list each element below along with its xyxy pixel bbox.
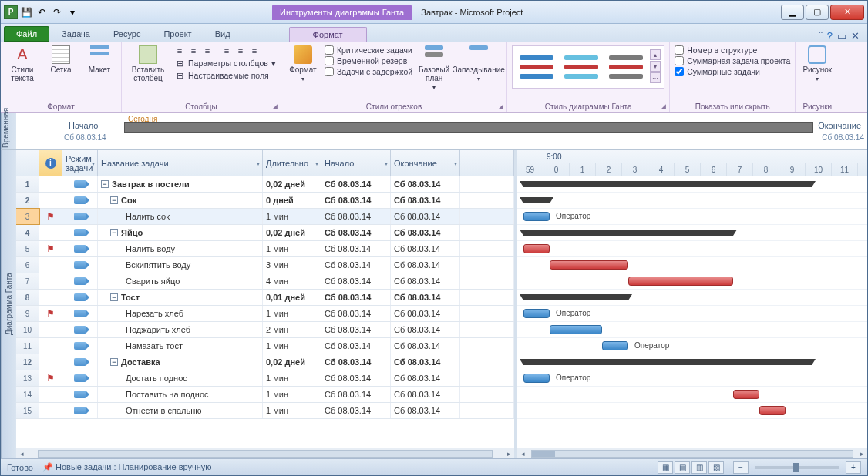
gantt-row[interactable] <box>517 354 867 370</box>
critical-tasks-checkbox[interactable]: Критические задачи <box>325 45 412 55</box>
col-duration[interactable]: Длительно▾ <box>263 150 321 176</box>
tab-format[interactable]: Формат <box>289 27 367 42</box>
gantt-row[interactable] <box>517 387 867 403</box>
row-number[interactable]: 7 <box>16 273 39 289</box>
cell-duration[interactable]: 0,02 дней <box>263 225 321 240</box>
gantt-view-tab[interactable]: Диаграмма Ганта <box>1 150 16 458</box>
cell-start[interactable]: Сб 08.03.14 <box>321 338 391 354</box>
col-rownum[interactable] <box>16 150 39 176</box>
row-number[interactable]: 14 <box>16 387 39 402</box>
cell-start[interactable]: Сб 08.03.14 <box>321 176 391 192</box>
cell-start[interactable]: Сб 08.03.14 <box>321 209 391 224</box>
cell-duration[interactable]: 0,02 дней <box>263 354 321 370</box>
zoom-slider[interactable] <box>755 466 839 469</box>
cell-start[interactable]: Сб 08.03.14 <box>321 322 391 337</box>
cell-name[interactable]: Отнести в спальню <box>98 403 263 418</box>
column-settings-button[interactable]: ⊞Параметры столбцов ▾ <box>174 58 276 69</box>
timeline-bar[interactable] <box>124 122 813 133</box>
cell-start[interactable]: Сб 08.03.14 <box>321 387 391 402</box>
cell-name[interactable]: −Яйцо <box>98 225 263 240</box>
cell-name[interactable]: −Завтрак в постели <box>98 176 263 192</box>
late-tasks-checkbox[interactable]: Задачи с задержкой <box>325 67 412 76</box>
view-resource-icon[interactable]: ▧ <box>708 461 724 474</box>
task-bar[interactable] <box>602 341 628 350</box>
cell-extra[interactable] <box>460 176 514 192</box>
cell-mode[interactable] <box>62 387 98 402</box>
cell-name[interactable]: Намазать тост <box>98 338 263 354</box>
drawing-button[interactable]: Рисунок▾ <box>800 45 834 82</box>
col-mode[interactable]: Режим задачи▾ <box>62 150 98 176</box>
cell-extra[interactable] <box>460 193 514 208</box>
table-row[interactable]: 5⚑Налить воду1 минСб 08.03.14Сб 08.03.14 <box>16 241 514 257</box>
cell-duration[interactable]: 1 мин <box>263 338 321 354</box>
row-number[interactable]: 12 <box>16 354 39 370</box>
cell-finish[interactable]: Сб 08.03.14 <box>391 354 460 370</box>
cell-finish[interactable]: Сб 08.03.14 <box>391 241 460 256</box>
row-number[interactable]: 4 <box>16 225 39 240</box>
gantt-row[interactable] <box>517 225 867 241</box>
cell-extra[interactable] <box>460 354 514 370</box>
cell-duration[interactable]: 1 мин <box>263 306 321 321</box>
zoom-out-icon[interactable]: − <box>733 461 749 474</box>
view-usage-icon[interactable]: ▤ <box>675 461 690 474</box>
cell-name[interactable]: Поджарить хлеб <box>98 322 263 337</box>
table-row[interactable]: 13⚑Достать поднос1 минСб 08.03.14Сб 08.0… <box>16 370 514 387</box>
layout-button[interactable]: Макет <box>82 45 116 74</box>
table-row[interactable]: 2−Сок0 днейСб 08.03.14Сб 08.03.14 <box>16 193 514 209</box>
cell-duration[interactable]: 1 мин <box>263 387 321 402</box>
cell-mode[interactable] <box>62 338 98 354</box>
app-icon[interactable]: P <box>4 5 18 19</box>
cell-extra[interactable] <box>460 322 514 337</box>
custom-fields-button[interactable]: ⊟Настраиваемые поля <box>174 70 276 81</box>
view-team-icon[interactable]: ▥ <box>691 461 707 474</box>
cell-name[interactable]: Нарезать хлеб <box>98 306 263 321</box>
outline-number-checkbox[interactable]: Номер в структуре <box>675 45 790 55</box>
tab-project[interactable]: Проект <box>153 26 202 42</box>
gantt-row[interactable] <box>517 257 867 273</box>
col-finish[interactable]: Окончание▾ <box>391 150 460 176</box>
task-bar[interactable] <box>550 260 628 270</box>
cell-mode[interactable] <box>62 322 98 337</box>
cell-duration[interactable]: 4 мин <box>263 273 321 289</box>
cell-finish[interactable]: Сб 08.03.14 <box>391 209 460 224</box>
cell-mode[interactable] <box>62 354 98 370</box>
gantt-row[interactable] <box>517 241 867 257</box>
cell-start[interactable]: Сб 08.03.14 <box>321 370 391 386</box>
format-bar-button[interactable]: Формат▾ <box>286 45 320 82</box>
table-row[interactable]: 7Сварить яйцо4 минСб 08.03.14Сб 08.03.14 <box>16 273 514 290</box>
cell-finish[interactable]: Сб 08.03.14 <box>391 273 460 289</box>
task-bar[interactable] <box>523 212 550 221</box>
cell-start[interactable]: Сб 08.03.14 <box>321 241 391 256</box>
cell-extra[interactable] <box>460 209 514 224</box>
cell-finish[interactable]: Сб 08.03.14 <box>391 322 460 337</box>
cell-duration[interactable]: 0,02 дней <box>263 176 321 192</box>
row-number[interactable]: 13 <box>16 370 39 386</box>
cell-start[interactable]: Сб 08.03.14 <box>321 193 391 208</box>
cell-finish[interactable]: Сб 08.03.14 <box>391 387 460 402</box>
row-number[interactable]: 10 <box>16 322 39 337</box>
summary-bar[interactable] <box>523 230 733 236</box>
cell-start[interactable]: Сб 08.03.14 <box>321 354 391 370</box>
task-bar[interactable] <box>550 325 602 334</box>
cell-mode[interactable] <box>62 225 98 240</box>
task-bar[interactable] <box>523 244 550 253</box>
cell-start[interactable]: Сб 08.03.14 <box>321 257 391 273</box>
gallery-down-icon[interactable]: ▾ <box>650 61 661 72</box>
gridlines-button[interactable]: Сетка <box>44 45 78 74</box>
gantt-row[interactable] <box>517 273 867 290</box>
cell-mode[interactable] <box>62 290 98 305</box>
dialog-launcher-icon[interactable]: ◢ <box>498 102 503 110</box>
insert-column-button[interactable]: Вставить столбец <box>126 45 170 82</box>
cell-finish[interactable]: Сб 08.03.14 <box>391 176 460 192</box>
undo-icon[interactable]: ↶ <box>35 5 49 19</box>
maximize-button[interactable]: ▢ <box>806 5 829 20</box>
gallery-up-icon[interactable]: ▴ <box>650 49 661 60</box>
cell-finish[interactable]: Сб 08.03.14 <box>391 338 460 354</box>
cell-finish[interactable]: Сб 08.03.14 <box>391 306 460 321</box>
cell-start[interactable]: Сб 08.03.14 <box>321 290 391 305</box>
text-styles-button[interactable]: AСтили текста <box>5 45 39 82</box>
redo-icon[interactable]: ↷ <box>50 5 64 19</box>
gantt-row[interactable] <box>517 322 867 338</box>
table-row[interactable]: 15Отнести в спальню1 минСб 08.03.14Сб 08… <box>16 403 514 419</box>
cell-duration[interactable]: 0,01 дней <box>263 290 321 305</box>
